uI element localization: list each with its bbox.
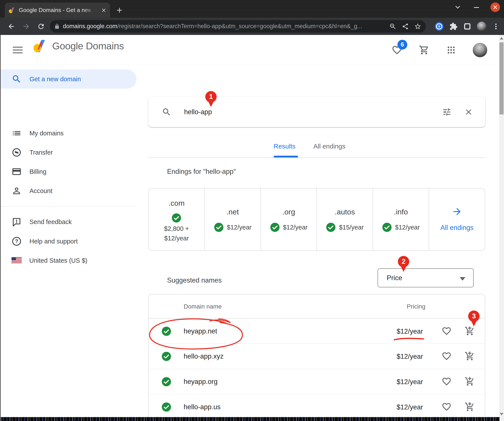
results-tab-bar: Results All endings <box>148 140 485 158</box>
all-endings-link[interactable]: All endings <box>429 188 485 250</box>
sidebar-item-label: Get a new domain <box>30 76 81 83</box>
sidebar-item-label: Help and support <box>30 238 78 245</box>
list-icon <box>12 128 22 138</box>
available-check-icon <box>161 402 171 412</box>
column-pricing: Pricing <box>407 303 425 310</box>
header-actions: 6 <box>391 35 487 65</box>
table-row[interactable]: heyapp.net $12/year <box>149 318 485 343</box>
cart-icon <box>419 45 429 55</box>
brand[interactable]: Google Domains <box>33 39 124 53</box>
table-row[interactable]: hello-app.us $12/year <box>149 394 485 417</box>
sidebar-divider <box>1 206 137 206</box>
cart-button[interactable] <box>419 45 430 55</box>
share-icon[interactable] <box>402 23 409 30</box>
tab-all-endings[interactable]: All endings <box>313 140 345 153</box>
sidebar-item-label: Transfer <box>30 149 53 156</box>
tabs-divider <box>148 157 485 158</box>
window-close-icon[interactable] <box>491 2 500 12</box>
domain-search-input[interactable] <box>184 108 442 116</box>
sidebar-item-label: Send feedback <box>30 218 72 226</box>
browser-tab-bar: Google Domains - Get a new d <box>0 0 504 18</box>
chevron-down-icon <box>460 277 465 281</box>
add-to-cart-icon[interactable] <box>465 376 475 386</box>
wishlist-heart-icon[interactable] <box>442 402 452 412</box>
password-manager-extension-icon[interactable] <box>435 22 444 31</box>
back-icon[interactable] <box>5 20 18 33</box>
ending-option-net[interactable]: .net $12/year <box>205 188 261 250</box>
annotation-marker-3: 3 <box>468 311 480 322</box>
tab-title-fade <box>84 3 99 18</box>
sidebar-item-help-and-support[interactable]: ? Help and support <box>1 232 137 251</box>
domain-search-box <box>148 97 485 127</box>
reload-icon[interactable] <box>35 20 47 33</box>
domain-name: heyapp.org <box>184 378 217 386</box>
browser-profile-avatar[interactable] <box>477 22 486 31</box>
annotation-marker-1: 1 <box>205 91 217 102</box>
url-host: domains.google.com <box>63 23 117 30</box>
ending-option-org[interactable]: .org $12/year <box>261 188 317 250</box>
bookmark-star-icon[interactable] <box>414 23 421 30</box>
tab-close-icon[interactable] <box>101 7 107 13</box>
clear-search-icon[interactable] <box>464 108 473 116</box>
wishlist-heart-icon[interactable] <box>442 376 452 386</box>
google-apps-button[interactable] <box>446 45 457 55</box>
filter-tune-icon[interactable] <box>442 107 452 117</box>
sidebar-item-account[interactable]: Account <box>1 181 137 200</box>
forward-icon[interactable] <box>20 20 32 33</box>
sidebar-item-send-feedback[interactable]: Send feedback <box>1 212 137 231</box>
sidebar-item-label: Billing <box>30 168 46 175</box>
wishlist-count-badge: 6 <box>397 40 407 50</box>
sidebar-item-region-currency[interactable]: United States (US $) <box>1 251 137 270</box>
ending-option-autos[interactable]: .autos $15/year <box>317 188 373 250</box>
address-bar[interactable]: domains.google.com/registrar/search?sear… <box>50 20 426 33</box>
page-scrollbar[interactable] <box>499 35 504 421</box>
side-panel-icon[interactable] <box>463 23 471 30</box>
feedback-icon <box>12 217 22 227</box>
ending-price: $15/year <box>339 224 364 231</box>
ending-option-info[interactable]: .info $12/year <box>373 188 429 250</box>
sort-by-dropdown[interactable]: Price <box>378 268 474 287</box>
sidebar-item-transfer[interactable]: Transfer <box>1 143 137 162</box>
window-minimize-icon[interactable] <box>472 2 481 12</box>
wishlist-heart-icon[interactable] <box>442 351 452 361</box>
sidebar-item-billing[interactable]: Billing <box>1 162 137 181</box>
domain-price: $12/year <box>396 353 423 361</box>
suggested-names-table: Domain name Pricing heyapp.net $12/year … <box>148 294 485 417</box>
scrollbar-thumb[interactable] <box>499 42 504 114</box>
add-to-cart-icon[interactable] <box>465 326 475 336</box>
available-check-icon <box>214 222 224 232</box>
available-check-icon <box>270 222 280 232</box>
account-avatar[interactable] <box>473 43 487 57</box>
window-controls <box>453 0 500 14</box>
suggested-names-heading: Suggested names <box>167 277 222 284</box>
add-to-cart-icon[interactable] <box>465 351 475 361</box>
wishlist-button[interactable]: 6 <box>391 45 402 55</box>
browser-menu-icon[interactable] <box>492 23 500 30</box>
browser-tab[interactable]: Google Domains - Get a new d <box>5 3 110 18</box>
wishlist-heart-icon[interactable] <box>442 326 452 336</box>
toolbar-extensions <box>435 20 500 33</box>
add-to-cart-icon[interactable] <box>465 402 475 412</box>
transfer-icon <box>12 147 22 157</box>
ending-option-com[interactable]: .com $2,800 + $12/year <box>149 188 205 250</box>
menu-hamburger-icon[interactable] <box>13 45 23 55</box>
table-row[interactable]: heyapp.org $12/year <box>149 369 485 394</box>
browser-toolbar: domains.google.com/registrar/search?sear… <box>0 18 504 35</box>
ending-price: $12/year <box>149 235 204 242</box>
domain-price: $12/year <box>396 403 423 411</box>
tab-results[interactable]: Results <box>274 140 295 153</box>
table-header: Domain name Pricing <box>149 294 485 318</box>
scrollbar-up-arrow-icon[interactable] <box>500 37 503 40</box>
available-check-icon <box>161 351 171 361</box>
scrollbar-down-arrow-icon[interactable] <box>500 413 503 415</box>
zoom-in-icon[interactable] <box>389 23 396 30</box>
window-restore-icon[interactable] <box>453 2 462 12</box>
new-tab-button[interactable] <box>115 6 124 14</box>
extensions-puzzle-icon[interactable] <box>450 22 458 30</box>
table-row[interactable]: hello-app.xyz $12/year <box>149 343 485 369</box>
ending-price: $2,800 + <box>149 225 204 232</box>
all-endings-label: All endings <box>429 224 485 232</box>
apps-grid-icon <box>447 45 456 54</box>
sidebar-item-get-a-new-domain[interactable]: Get a new domain <box>1 69 137 89</box>
sidebar-item-my-domains[interactable]: My domains <box>1 124 137 143</box>
